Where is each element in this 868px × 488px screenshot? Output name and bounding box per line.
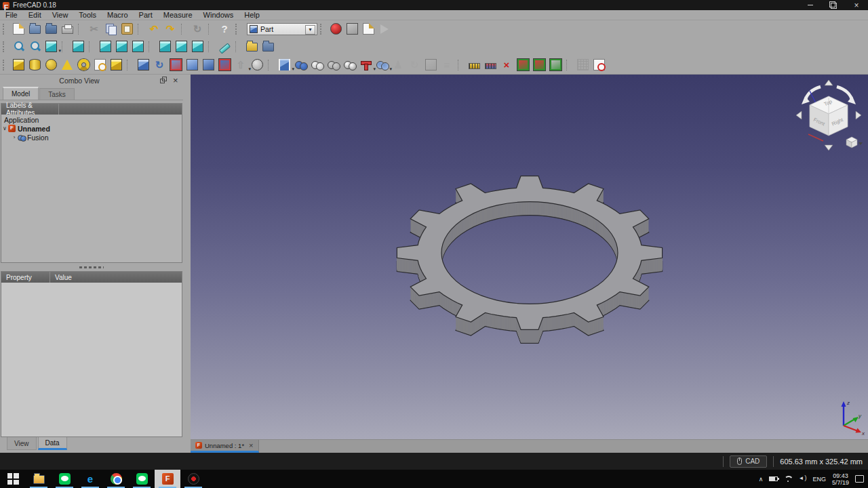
view-front-button[interactable] xyxy=(97,39,113,54)
wifi-icon[interactable] xyxy=(784,476,792,483)
extrude-button[interactable] xyxy=(135,57,151,73)
navcube-menu-chevron-icon[interactable] xyxy=(859,142,863,145)
undo-button[interactable] xyxy=(146,21,162,37)
navigation-style-button[interactable]: CAD xyxy=(730,455,767,468)
tab-tasks[interactable]: Tasks xyxy=(39,88,75,100)
redo-button[interactable] xyxy=(162,21,178,37)
new-button[interactable] xyxy=(10,21,26,37)
macro-stop-button[interactable] xyxy=(344,21,360,37)
expand-icon[interactable]: › xyxy=(11,134,18,140)
print-button[interactable] xyxy=(59,21,75,37)
menu-windows[interactable]: Windows xyxy=(198,10,239,20)
menu-tools[interactable]: Tools xyxy=(73,10,102,20)
check-geometry-button[interactable] xyxy=(591,57,607,73)
ruled-surface-button[interactable] xyxy=(216,57,233,73)
view-left-button[interactable] xyxy=(189,39,205,54)
whats-this-button[interactable] xyxy=(216,21,233,37)
paste-button[interactable] xyxy=(119,21,135,37)
cut-button[interactable] xyxy=(86,21,102,37)
volume-icon[interactable] xyxy=(798,476,806,483)
save-button[interactable] xyxy=(43,21,59,37)
close-button[interactable] xyxy=(845,0,868,10)
boolean-cut-button[interactable] xyxy=(309,57,325,73)
menu-file[interactable]: File xyxy=(0,10,23,20)
rotate-right-arrow[interactable] xyxy=(837,87,852,100)
panel-splitter[interactable] xyxy=(0,263,183,271)
taskbar-explorer-button[interactable] xyxy=(26,470,52,488)
workbench-selector[interactable]: Part xyxy=(247,23,317,35)
fillet-button[interactable] xyxy=(184,57,200,73)
menu-help[interactable]: Help xyxy=(239,10,265,20)
battery-icon[interactable] xyxy=(769,476,778,481)
tree-item-application[interactable]: Application xyxy=(1,115,182,124)
navcube-arrow-right[interactable] xyxy=(856,111,861,119)
float-panel-icon[interactable] xyxy=(159,77,168,85)
macro-record-button[interactable] xyxy=(328,21,344,37)
import-part-button[interactable] xyxy=(260,39,276,54)
taskbar-line2-button[interactable] xyxy=(129,470,155,488)
menu-macro[interactable]: Macro xyxy=(102,10,134,20)
boolean-intersection-button[interactable] xyxy=(341,57,357,73)
measure-refresh-button[interactable] xyxy=(515,57,531,73)
menu-edit[interactable]: Edit xyxy=(23,10,47,20)
chevron-up-icon[interactable] xyxy=(759,476,764,483)
gear-model[interactable] xyxy=(191,75,868,439)
close-document-icon[interactable]: × xyxy=(249,441,253,449)
document-tab[interactable]: Unnamed : 1* × xyxy=(191,440,259,453)
rotate-left-arrowhead[interactable] xyxy=(802,96,810,104)
navigation-cube[interactable]: Top Front Right xyxy=(793,77,864,153)
fit-all-button[interactable] xyxy=(10,39,26,54)
taskbar-line-button[interactable] xyxy=(52,470,77,488)
box-button[interactable] xyxy=(10,57,26,73)
tab-model[interactable]: Model xyxy=(3,87,39,100)
taskbar-edge-button[interactable] xyxy=(77,470,103,488)
taskbar-recorder-button[interactable] xyxy=(180,470,206,488)
torus-button[interactable] xyxy=(75,57,92,73)
measure-toggle-all-button[interactable] xyxy=(531,57,547,73)
measure-clear-button[interactable] xyxy=(498,57,515,73)
collapse-icon[interactable]: ∨ xyxy=(1,125,8,131)
view-right-button[interactable] xyxy=(130,39,146,54)
copy-button[interactable] xyxy=(102,21,119,37)
tab-view[interactable]: View xyxy=(7,437,37,450)
refresh-button[interactable] xyxy=(189,21,205,37)
cone-button[interactable] xyxy=(59,57,75,73)
macro-edit-button[interactable] xyxy=(360,21,376,37)
create-primitives-button[interactable] xyxy=(92,57,108,73)
close-panel-icon[interactable] xyxy=(171,77,180,85)
navcube-arrow-up[interactable] xyxy=(825,80,833,85)
measure-toggle-3d-button[interactable] xyxy=(547,57,564,73)
measure-distance-button[interactable] xyxy=(216,39,233,54)
tree-item-fusion[interactable]: › Fusion xyxy=(1,133,182,142)
view-top-button[interactable] xyxy=(113,39,130,54)
notification-center-icon[interactable] xyxy=(855,475,864,483)
compound-tools-button[interactable] xyxy=(276,57,292,73)
shape-builder-button[interactable] xyxy=(108,57,124,73)
menu-part[interactable]: Part xyxy=(134,10,158,20)
cylinder-button[interactable] xyxy=(26,57,43,73)
chamfer-button[interactable] xyxy=(200,57,216,73)
boolean-union-button[interactable] xyxy=(325,57,341,73)
view-bottom-button[interactable] xyxy=(173,39,189,54)
language-indicator[interactable]: ENG xyxy=(812,476,826,483)
thickness-button[interactable] xyxy=(249,57,265,73)
mirror-button[interactable] xyxy=(167,57,184,73)
navcube-arrow-left[interactable] xyxy=(796,111,802,119)
revolve-button[interactable] xyxy=(151,57,167,73)
connect-button[interactable] xyxy=(357,57,374,73)
taskbar-chrome-button[interactable] xyxy=(103,470,129,488)
measure-linear-button[interactable] xyxy=(466,57,482,73)
view-rear-button[interactable] xyxy=(157,39,173,54)
boolean-button[interactable] xyxy=(292,57,309,73)
taskbar-freecad-button[interactable] xyxy=(155,470,180,488)
view-axonometric-button[interactable] xyxy=(70,39,86,54)
minimize-button[interactable] xyxy=(799,0,822,10)
property-grid[interactable] xyxy=(1,283,182,436)
restore-button[interactable] xyxy=(822,0,845,10)
export-part-button[interactable] xyxy=(243,39,260,54)
sphere-button[interactable] xyxy=(43,57,59,73)
3d-viewport[interactable]: Top Front Right z y x xyxy=(191,75,868,439)
navcube-arrow-down[interactable] xyxy=(825,145,833,150)
cross-section-button[interactable] xyxy=(374,57,390,73)
open-button[interactable] xyxy=(26,21,43,37)
